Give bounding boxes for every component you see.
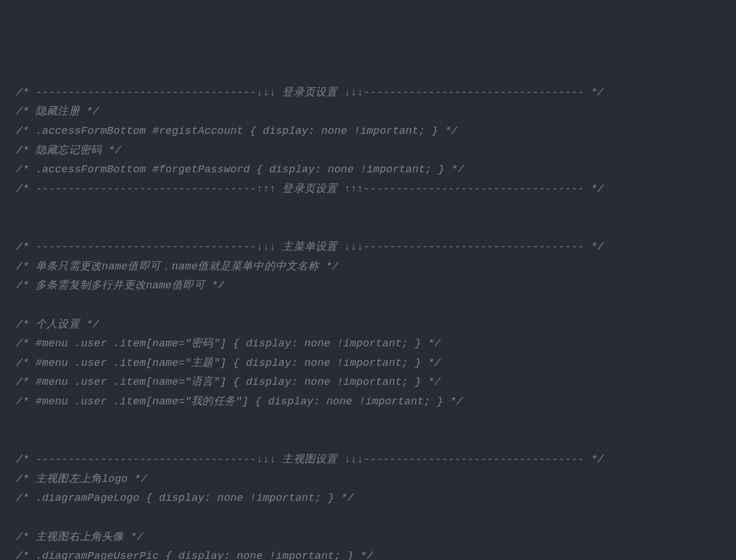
code-line: /* #menu .user .item[name="主题"] { displa… [16, 354, 720, 373]
code-line: /* .diagramPageLogo { display: none !imp… [16, 489, 720, 508]
code-line [16, 431, 720, 450]
code-line: /* 主视图左上角logo */ [16, 470, 720, 489]
code-line: /* ----------------------------------↓↓↓… [16, 83, 720, 103]
code-line: /* 隐藏忘记密码 */ [16, 141, 720, 161]
code-line: /* .accessFormBottom #forgetPassword { d… [16, 160, 720, 180]
code-line: /* #menu .user .item[name="语言"] { displa… [16, 373, 720, 392]
code-line [16, 296, 720, 315]
code-line: /* ----------------------------------↓↓↓… [16, 450, 720, 470]
code-line: /* .accessFormBottom #registAccount { di… [16, 122, 720, 141]
code-line: /* ----------------------------------↑↑↑… [16, 180, 720, 199]
code-line: /* #menu .user .item[name="密码"] { displa… [16, 334, 720, 354]
code-line: /* 个人设置 */ [16, 315, 720, 335]
code-block: /* ----------------------------------↓↓↓… [16, 83, 720, 560]
code-line [16, 412, 720, 431]
code-line [16, 508, 720, 528]
code-line: /* 单条只需更改name值即可，name值就是菜单中的中文名称 */ [16, 257, 720, 277]
code-line: /* #menu .user .item[name="我的任务"] { disp… [16, 392, 720, 412]
code-line: /* 隐藏注册 */ [16, 102, 720, 122]
code-line: /* 主视图右上角头像 */ [16, 528, 720, 547]
code-line [16, 199, 720, 219]
code-line: /* .diagramPageUserPic { display: none !… [16, 547, 720, 560]
code-line: /* ----------------------------------↓↓↓… [16, 238, 720, 257]
code-line: /* 多条需复制多行并更改name值即可 */ [16, 276, 720, 296]
code-line [16, 218, 720, 238]
